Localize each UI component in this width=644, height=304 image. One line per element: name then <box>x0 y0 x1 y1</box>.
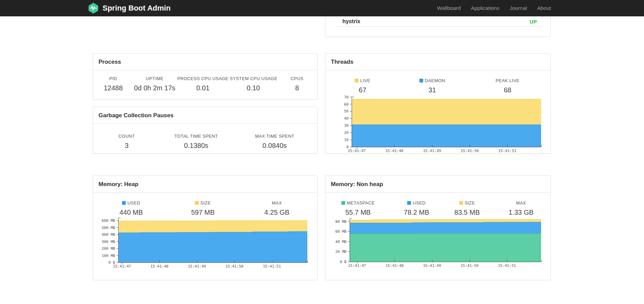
svg-text:60 MB: 60 MB <box>335 229 347 234</box>
stat-gc-count: COUNT 3 <box>93 133 160 151</box>
svg-text:100 MB: 100 MB <box>102 254 115 258</box>
svg-text:15:41:47: 15:41:47 <box>113 264 131 269</box>
threads-chart[interactable]: 01020304050607015:41:4715:41:4815:41:491… <box>325 94 551 154</box>
nonheap-used-swatch-icon <box>407 201 411 205</box>
svg-text:15:41:49: 15:41:49 <box>423 263 441 268</box>
nonheap-size-swatch-icon <box>459 201 463 205</box>
nav-item-wallboard[interactable]: Wallboard <box>432 5 466 11</box>
threads-legend: LIVE 67 DAEMON 31 PEAK LIVE 68 <box>325 70 550 95</box>
legend-daemon: DAEMON 31 <box>400 78 465 95</box>
svg-text:80 MB: 80 MB <box>335 219 347 224</box>
gc-stats: COUNT 3 TOTAL TIME SPENT 0.1380s MAX TIM… <box>93 124 317 151</box>
heap-panel: Memory: Heap USED 440 MB SIZE 597 MB MAX… <box>93 176 318 280</box>
svg-text:60: 60 <box>344 102 349 107</box>
nonheap-legend: METASPACE 55.7 MB USED 78.2 MB SIZE 83.5… <box>325 193 550 217</box>
svg-text:20 MB: 20 MB <box>335 249 347 254</box>
process-panel: Process PID 12488 UPTIME 0d 0h 2m 17s PR… <box>93 53 318 100</box>
stat-pid: PID 12488 <box>93 76 133 93</box>
heap-size-swatch-icon <box>195 201 199 205</box>
svg-text:15:41:51: 15:41:51 <box>263 264 281 269</box>
svg-text:50: 50 <box>344 109 349 113</box>
heap-chart[interactable]: 0 B100 MB200 MB300 MB400 MB500 MB600 MB1… <box>93 215 318 280</box>
nav-item-journal[interactable]: Journal <box>505 5 532 11</box>
status-badge: UP <box>530 19 542 25</box>
nav-item-about[interactable]: About <box>532 5 556 11</box>
nonheap-chart[interactable]: 0 B20 MB40 MB60 MB80 MB15:41:4715:41:481… <box>325 215 551 280</box>
stat-cpus: CPUS 8 <box>277 76 317 93</box>
svg-text:15:41:48: 15:41:48 <box>151 264 169 269</box>
svg-text:20: 20 <box>344 131 349 135</box>
process-stats: PID 12488 UPTIME 0d 0h 2m 17s PROCESS CP… <box>93 70 317 93</box>
page: hystrix UP Spring Boot Admin Wallboard A… <box>0 0 644 304</box>
svg-text:70: 70 <box>344 95 349 100</box>
svg-text:15:41:49: 15:41:49 <box>423 149 441 153</box>
svg-text:15:41:50: 15:41:50 <box>461 263 479 268</box>
svg-text:500 MB: 500 MB <box>102 226 115 230</box>
health-row-hystrix: hystrix UP <box>336 17 542 27</box>
svg-text:15:41:51: 15:41:51 <box>498 263 516 268</box>
threads-panel-title: Threads <box>325 54 550 70</box>
live-swatch-icon <box>355 79 358 82</box>
svg-text:15:41:50: 15:41:50 <box>461 149 479 153</box>
svg-text:40 MB: 40 MB <box>335 240 347 244</box>
svg-text:10: 10 <box>344 138 349 142</box>
stat-uptime: UPTIME 0d 0h 2m 17s <box>133 76 176 93</box>
svg-text:400 MB: 400 MB <box>102 232 115 237</box>
heap-legend: USED 440 MB SIZE 597 MB MAX 4.25 GB <box>93 193 317 217</box>
svg-text:15:41:48: 15:41:48 <box>386 263 404 268</box>
stat-process-cpu: PROCESS CPU USAGE 0.01 <box>176 76 230 93</box>
svg-text:15:41:48: 15:41:48 <box>385 149 403 153</box>
svg-text:600 MB: 600 MB <box>102 218 115 223</box>
nav-items: Wallboard Applications Journal About <box>432 0 556 16</box>
svg-text:15:41:47: 15:41:47 <box>348 263 366 268</box>
brand-logo-icon <box>88 2 99 14</box>
nonheap-panel: Memory: Non heap METASPACE 55.7 MB USED … <box>325 176 551 280</box>
svg-text:15:41:50: 15:41:50 <box>226 264 244 269</box>
nav-item-applications[interactable]: Applications <box>466 5 505 11</box>
svg-text:15:41:47: 15:41:47 <box>348 149 366 153</box>
navbar: Spring Boot Admin Wallboard Applications… <box>0 0 644 16</box>
heap-used-swatch-icon <box>122 201 126 205</box>
svg-text:15:41:49: 15:41:49 <box>188 264 206 269</box>
process-panel-title: Process <box>93 54 317 70</box>
health-name: hystrix <box>336 18 360 25</box>
svg-text:200 MB: 200 MB <box>102 246 115 251</box>
brand-title: Spring Boot Admin <box>103 4 171 13</box>
svg-text:300 MB: 300 MB <box>102 240 115 244</box>
svg-text:0 B: 0 B <box>340 260 347 264</box>
gc-panel-title: Garbage Collection Pauses <box>93 107 317 124</box>
svg-text:40: 40 <box>344 116 349 121</box>
svg-text:15:41:51: 15:41:51 <box>499 149 517 153</box>
legend-live: LIVE 67 <box>325 78 400 95</box>
brand[interactable]: Spring Boot Admin <box>88 0 171 16</box>
stat-system-cpu: SYSTEM CPU USAGE 0.10 <box>230 76 277 93</box>
metaspace-swatch-icon <box>341 201 345 205</box>
daemon-swatch-icon <box>419 79 423 82</box>
nonheap-panel-title: Memory: Non heap <box>325 176 550 193</box>
svg-text:30: 30 <box>344 123 349 128</box>
stat-gc-max-time: MAX TIME SPENT 0.0840s <box>232 133 317 151</box>
threads-panel: Threads LIVE 67 DAEMON 31 PEAK LIVE 68 0… <box>325 53 551 154</box>
stat-gc-total-time: TOTAL TIME SPENT 0.1380s <box>160 133 232 151</box>
gc-panel: Garbage Collection Pauses COUNT 3 TOTAL … <box>93 107 318 154</box>
legend-peak-live: PEAK LIVE 68 <box>465 78 550 95</box>
heap-panel-title: Memory: Heap <box>93 176 317 193</box>
